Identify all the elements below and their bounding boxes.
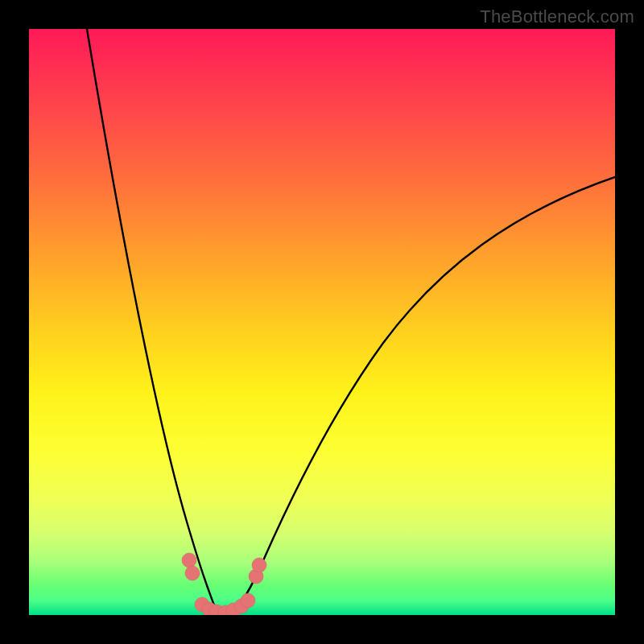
curve-left-arm bbox=[87, 29, 217, 613]
curve-layer bbox=[29, 29, 615, 615]
marker bbox=[185, 566, 200, 580]
marker bbox=[252, 558, 266, 572]
chart-frame: TheBottleneck.com bbox=[0, 0, 644, 644]
marker bbox=[241, 593, 255, 608]
watermark-text: TheBottleneck.com bbox=[480, 6, 634, 27]
curve-right-arm bbox=[232, 177, 615, 613]
marker bbox=[182, 553, 196, 568]
plot-area bbox=[29, 29, 615, 615]
marker-group bbox=[182, 553, 266, 615]
